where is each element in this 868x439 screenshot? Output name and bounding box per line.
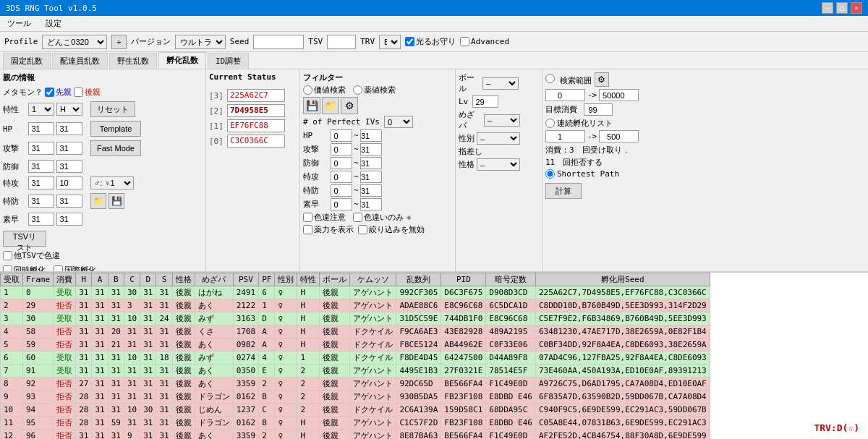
def-input1[interactable] [28, 160, 54, 173]
hidden-power-label[interactable]: 薬力を表示 [303, 224, 354, 235]
spe-input1[interactable] [28, 213, 54, 226]
filter-def-min[interactable] [331, 157, 352, 169]
table-row[interactable]: 791受取313131313131後親あく0350E♀2後親アゲハント4495E… [1, 365, 710, 378]
hikari-checkbox-label[interactable]: 光るお守り [405, 36, 456, 47]
table-row[interactable]: 993拒否283131313131後親ドラゴン0162B♀2後親アゲハント930… [1, 391, 710, 404]
other-tsv-label[interactable]: 他TSVで色違 [3, 250, 60, 261]
intl-hatch-label[interactable]: 国際孵化 [54, 265, 96, 271]
spa-input1[interactable] [28, 176, 54, 189]
kosen-checkbox[interactable] [74, 88, 83, 97]
mezapa-select[interactable]: – [484, 114, 520, 127]
filter-folder-button[interactable]: 📁 [322, 97, 339, 114]
atk-input2[interactable] [56, 142, 82, 155]
shiny-only-label[interactable]: 色違いのみ [353, 212, 404, 223]
table-row[interactable]: 559拒否313121313131後親あく0982A♀H後親ドクケイルF8CE5… [1, 338, 710, 351]
no-filter-label[interactable]: 絞り込みを無効 [358, 224, 425, 235]
menu-settings[interactable]: 設定 [41, 17, 66, 30]
filter-hp-min[interactable] [331, 129, 352, 142]
same-time-label[interactable]: 同時孵化 [3, 265, 46, 271]
table-row[interactable]: 1296拒否31313193131後親あく33592♀H後親アゲハント8E87B… [1, 430, 710, 440]
tsvlist-button[interactable]: TSVリスト [3, 231, 46, 247]
kazu-radio[interactable] [353, 85, 362, 95]
maximize-button[interactable]: □ [836, 2, 848, 14]
reset-button[interactable]: リセット [90, 101, 135, 117]
hp-input2[interactable] [56, 122, 82, 135]
filter-spe-min[interactable] [331, 198, 352, 210]
menu-tool[interactable]: ツール [3, 17, 35, 30]
filter-spe-max[interactable] [360, 198, 382, 210]
tsv-input[interactable]: 35 [327, 35, 356, 49]
filter-atk-max[interactable] [360, 143, 382, 155]
table-row[interactable]: 330受取313131103124後親みず3163D♀H後親アゲハント31D5C… [1, 312, 710, 325]
search-range-radio[interactable] [545, 74, 555, 83]
fastmode-button[interactable]: Fast Mode [90, 140, 141, 156]
other-tsv-checkbox[interactable] [3, 251, 12, 260]
tab-haitatsu[interactable]: 配達員乱数 [52, 53, 108, 69]
renzoku-max-input[interactable] [599, 130, 639, 142]
seibetsu-select[interactable]: – [477, 132, 520, 145]
tab-yasei[interactable]: 野生乱数 [109, 53, 157, 69]
senku-check-label[interactable]: 先親 [45, 87, 72, 98]
filter-spd-min[interactable] [331, 184, 352, 197]
filter-spd-max[interactable] [360, 184, 382, 197]
hikari-checkbox[interactable] [405, 37, 414, 46]
hidden-power-checkbox[interactable] [303, 225, 312, 234]
calc-button[interactable]: 計算 [545, 183, 582, 199]
table-row[interactable]: 229拒否31313133131後親あく21221♀H後親アゲハントADAE88… [1, 299, 710, 312]
table-row[interactable]: 660受取313131103118後親みず02744♀1後親ドクケイルF8DE4… [1, 351, 710, 365]
seed-input[interactable]: 517E655F [253, 35, 304, 49]
spd-input1[interactable] [28, 195, 54, 208]
minimize-button[interactable]: — [822, 2, 833, 14]
folder-button[interactable]: 📁 [90, 193, 106, 209]
filter-gear-button[interactable]: ⚙ [341, 97, 358, 114]
hp-input1[interactable] [28, 122, 54, 135]
tokusei-select1[interactable]: 1 [28, 103, 54, 116]
save-button[interactable]: 💾 [109, 193, 124, 209]
kazu-radio-label[interactable]: 薬値検索 [353, 85, 396, 95]
renzoku-min-input[interactable] [545, 130, 585, 142]
filter-save-button[interactable]: 💾 [303, 97, 320, 114]
shiny-note-checkbox[interactable] [303, 213, 312, 222]
shiny-note-label[interactable]: 色違注意 [303, 212, 346, 223]
tab-kotei[interactable]: 固定乱数 [3, 53, 51, 69]
table-row[interactable]: 10受取313131303131後親はがね24916♀H後親アゲハント992CF… [1, 286, 710, 299]
filter-def-max[interactable] [360, 157, 382, 169]
kachi-radio-label[interactable]: 価値検索 [303, 85, 346, 95]
spa-input2[interactable] [56, 176, 82, 189]
perfect-ivs-select[interactable]: 0 [384, 116, 413, 128]
range-max-input[interactable] [599, 89, 639, 101]
table-row[interactable]: 892拒否273131313131後親あく33592♀2後親アゲハント92DC6… [1, 378, 710, 391]
tokusei-select2[interactable]: H [56, 103, 82, 116]
seikaku-select[interactable]: – [477, 158, 520, 171]
template-button[interactable]: Template [90, 121, 141, 137]
tab-fuka[interactable]: 孵化乱数 [158, 52, 206, 69]
table-area[interactable]: 受取 Frame 消費 H A B C D S 性格 めざパ PSV PF 性別… [0, 272, 868, 439]
def-input2[interactable] [56, 160, 82, 173]
no-filter-checkbox[interactable] [358, 225, 367, 234]
tab-id[interactable]: ID調整 [208, 53, 249, 69]
lv-input[interactable] [472, 95, 498, 108]
kosen-check-label[interactable]: 後親 [74, 87, 101, 98]
search-gear-button[interactable]: ⚙ [595, 72, 609, 87]
advanced-checkbox-label[interactable]: Advanced [460, 37, 509, 46]
senku-checkbox[interactable] [45, 88, 54, 97]
filter-atk-min[interactable] [331, 143, 352, 155]
range-min-input[interactable] [545, 89, 585, 101]
same-time-checkbox[interactable] [3, 265, 12, 271]
filter-hp-max[interactable] [360, 129, 382, 142]
version-select[interactable]: ウルトラム [175, 35, 226, 49]
add-profile-button[interactable]: + [111, 35, 126, 49]
atk-input1[interactable] [28, 142, 54, 155]
gender-select[interactable]: ♂: ♀1 [90, 176, 134, 189]
intl-hatch-checkbox[interactable] [54, 265, 63, 271]
kachi-radio[interactable] [303, 85, 312, 95]
table-row[interactable]: 1195拒否283159313131後親ドラゴン0162B♀H後親アゲハントC1… [1, 417, 710, 430]
table-row[interactable]: 1094拒否283131103031後親じめん1237C♀2後親ドクケイル2C6… [1, 404, 710, 417]
spe-input2[interactable] [56, 213, 82, 226]
trv-select[interactable]: B [379, 35, 401, 49]
shortest-path-radio[interactable] [545, 169, 555, 179]
filter-spa-max[interactable] [360, 171, 382, 183]
ball-select[interactable]: – [482, 77, 519, 90]
table-row[interactable]: 458拒否313120313131後親くさ1708A♀H後親ドクケイルF9CA6… [1, 325, 710, 338]
advanced-checkbox[interactable] [460, 37, 469, 46]
